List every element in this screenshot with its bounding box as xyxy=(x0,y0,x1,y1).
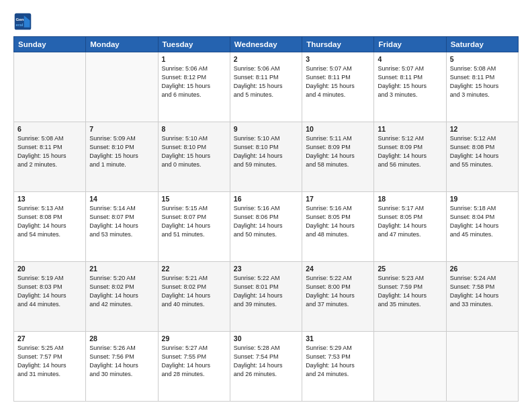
calendar-cell: 12Sunrise: 5:12 AM Sunset: 8:08 PM Dayli… xyxy=(446,122,518,192)
cell-daylight-info: Sunrise: 5:21 AM Sunset: 8:02 PM Dayligh… xyxy=(162,274,226,309)
cell-day-number: 22 xyxy=(162,265,226,273)
calendar-cell: 15Sunrise: 5:15 AM Sunset: 8:07 PM Dayli… xyxy=(158,192,230,262)
cell-day-number: 15 xyxy=(162,195,226,203)
cell-day-number: 10 xyxy=(306,125,370,133)
calendar-cell: 25Sunrise: 5:23 AM Sunset: 7:59 PM Dayli… xyxy=(374,262,446,332)
cell-daylight-info: Sunrise: 5:09 AM Sunset: 8:10 PM Dayligh… xyxy=(89,134,154,169)
cell-day-number: 14 xyxy=(89,195,154,203)
cell-daylight-info: Sunrise: 5:19 AM Sunset: 8:03 PM Dayligh… xyxy=(17,274,82,309)
cell-day-number: 19 xyxy=(450,195,515,203)
cell-day-number: 27 xyxy=(17,334,82,342)
cell-day-number: 8 xyxy=(162,125,226,133)
cell-day-number: 18 xyxy=(378,195,442,203)
cell-day-number: 12 xyxy=(450,125,515,133)
calendar-cell: 29Sunrise: 5:27 AM Sunset: 7:55 PM Dayli… xyxy=(158,332,230,402)
page: Gen eral SundayMondayTuesdayWednesdayThu… xyxy=(0,0,532,411)
header: Gen eral xyxy=(13,12,519,31)
cell-daylight-info: Sunrise: 5:27 AM Sunset: 7:55 PM Dayligh… xyxy=(162,344,226,379)
calendar-cell: 26Sunrise: 5:24 AM Sunset: 7:58 PM Dayli… xyxy=(446,262,518,332)
calendar-cell: 21Sunrise: 5:20 AM Sunset: 8:02 PM Dayli… xyxy=(86,262,158,332)
cell-daylight-info: Sunrise: 5:22 AM Sunset: 8:00 PM Dayligh… xyxy=(306,274,370,309)
cell-day-number: 13 xyxy=(17,195,82,203)
cell-daylight-info: Sunrise: 5:24 AM Sunset: 7:58 PM Dayligh… xyxy=(450,274,515,309)
cell-daylight-info: Sunrise: 5:29 AM Sunset: 7:53 PM Dayligh… xyxy=(306,344,370,379)
cell-daylight-info: Sunrise: 5:12 AM Sunset: 8:09 PM Dayligh… xyxy=(378,134,442,169)
cell-day-number: 28 xyxy=(89,334,154,342)
calendar-cell: 9Sunrise: 5:10 AM Sunset: 8:10 PM Daylig… xyxy=(230,122,302,192)
weekday-saturday: Saturday xyxy=(446,37,518,52)
calendar-cell: 31Sunrise: 5:29 AM Sunset: 7:53 PM Dayli… xyxy=(302,332,374,402)
calendar-cell: 22Sunrise: 5:21 AM Sunset: 8:02 PM Dayli… xyxy=(158,262,230,332)
calendar-cell: 18Sunrise: 5:17 AM Sunset: 8:05 PM Dayli… xyxy=(374,192,446,262)
cell-daylight-info: Sunrise: 5:17 AM Sunset: 8:05 PM Dayligh… xyxy=(378,204,442,239)
calendar-cell: 24Sunrise: 5:22 AM Sunset: 8:00 PM Dayli… xyxy=(302,262,374,332)
cell-daylight-info: Sunrise: 5:08 AM Sunset: 8:11 PM Dayligh… xyxy=(450,64,515,99)
calendar-cell: 14Sunrise: 5:14 AM Sunset: 8:07 PM Dayli… xyxy=(86,192,158,262)
cell-daylight-info: Sunrise: 5:10 AM Sunset: 8:10 PM Dayligh… xyxy=(234,134,298,169)
calendar-cell: 17Sunrise: 5:16 AM Sunset: 8:05 PM Dayli… xyxy=(302,192,374,262)
calendar-week-row: 27Sunrise: 5:25 AM Sunset: 7:57 PM Dayli… xyxy=(14,332,519,402)
calendar-cell: 5Sunrise: 5:08 AM Sunset: 8:11 PM Daylig… xyxy=(446,52,518,122)
weekday-sunday: Sunday xyxy=(14,37,86,52)
calendar-week-row: 1Sunrise: 5:06 AM Sunset: 8:12 PM Daylig… xyxy=(14,52,519,122)
cell-day-number: 3 xyxy=(306,55,370,63)
cell-daylight-info: Sunrise: 5:22 AM Sunset: 8:01 PM Dayligh… xyxy=(234,274,298,309)
cell-day-number: 26 xyxy=(450,265,515,273)
cell-day-number: 9 xyxy=(234,125,298,133)
cell-day-number: 17 xyxy=(306,195,370,203)
logo: Gen eral xyxy=(13,12,35,31)
calendar-cell: 30Sunrise: 5:28 AM Sunset: 7:54 PM Dayli… xyxy=(230,332,302,402)
calendar-cell: 20Sunrise: 5:19 AM Sunset: 8:03 PM Dayli… xyxy=(14,262,86,332)
cell-day-number: 2 xyxy=(234,55,298,63)
calendar-cell: 23Sunrise: 5:22 AM Sunset: 8:01 PM Dayli… xyxy=(230,262,302,332)
cell-day-number: 25 xyxy=(378,265,442,273)
svg-text:eral: eral xyxy=(16,22,24,27)
cell-day-number: 11 xyxy=(378,125,442,133)
cell-daylight-info: Sunrise: 5:18 AM Sunset: 8:04 PM Dayligh… xyxy=(450,204,515,239)
weekday-thursday: Thursday xyxy=(302,37,374,52)
cell-day-number: 23 xyxy=(234,265,298,273)
weekday-wednesday: Wednesday xyxy=(230,37,302,52)
cell-day-number: 7 xyxy=(89,125,154,133)
weekday-tuesday: Tuesday xyxy=(158,37,230,52)
calendar-cell: 28Sunrise: 5:26 AM Sunset: 7:56 PM Dayli… xyxy=(86,332,158,402)
cell-day-number: 31 xyxy=(306,334,370,342)
cell-day-number: 5 xyxy=(450,55,515,63)
calendar-cell: 7Sunrise: 5:09 AM Sunset: 8:10 PM Daylig… xyxy=(86,122,158,192)
cell-day-number: 24 xyxy=(306,265,370,273)
cell-day-number: 30 xyxy=(234,334,298,342)
cell-daylight-info: Sunrise: 5:07 AM Sunset: 8:11 PM Dayligh… xyxy=(378,64,442,99)
cell-day-number: 20 xyxy=(17,265,82,273)
calendar-cell xyxy=(446,332,518,402)
cell-daylight-info: Sunrise: 5:07 AM Sunset: 8:11 PM Dayligh… xyxy=(306,64,370,99)
svg-text:Gen: Gen xyxy=(16,17,24,21)
cell-daylight-info: Sunrise: 5:20 AM Sunset: 8:02 PM Dayligh… xyxy=(89,274,154,309)
cell-daylight-info: Sunrise: 5:14 AM Sunset: 8:07 PM Dayligh… xyxy=(89,204,154,239)
cell-day-number: 16 xyxy=(234,195,298,203)
calendar-cell: 11Sunrise: 5:12 AM Sunset: 8:09 PM Dayli… xyxy=(374,122,446,192)
cell-daylight-info: Sunrise: 5:16 AM Sunset: 8:05 PM Dayligh… xyxy=(306,204,370,239)
cell-daylight-info: Sunrise: 5:12 AM Sunset: 8:08 PM Dayligh… xyxy=(450,134,515,169)
weekday-header-row: SundayMondayTuesdayWednesdayThursdayFrid… xyxy=(14,37,519,52)
cell-daylight-info: Sunrise: 5:28 AM Sunset: 7:54 PM Dayligh… xyxy=(234,344,298,379)
calendar-cell: 4Sunrise: 5:07 AM Sunset: 8:11 PM Daylig… xyxy=(374,52,446,122)
calendar-cell xyxy=(14,52,86,122)
cell-daylight-info: Sunrise: 5:10 AM Sunset: 8:10 PM Dayligh… xyxy=(162,134,226,169)
cell-day-number: 29 xyxy=(162,334,226,342)
weekday-monday: Monday xyxy=(86,37,158,52)
cell-daylight-info: Sunrise: 5:15 AM Sunset: 8:07 PM Dayligh… xyxy=(162,204,226,239)
weekday-friday: Friday xyxy=(374,37,446,52)
calendar-week-row: 13Sunrise: 5:13 AM Sunset: 8:08 PM Dayli… xyxy=(14,192,519,262)
cell-daylight-info: Sunrise: 5:06 AM Sunset: 8:11 PM Dayligh… xyxy=(234,64,298,99)
calendar-cell: 6Sunrise: 5:08 AM Sunset: 8:11 PM Daylig… xyxy=(14,122,86,192)
cell-day-number: 6 xyxy=(17,125,82,133)
cell-daylight-info: Sunrise: 5:25 AM Sunset: 7:57 PM Dayligh… xyxy=(17,344,82,379)
calendar-cell: 27Sunrise: 5:25 AM Sunset: 7:57 PM Dayli… xyxy=(14,332,86,402)
calendar-week-row: 6Sunrise: 5:08 AM Sunset: 8:11 PM Daylig… xyxy=(14,122,519,192)
calendar-cell: 16Sunrise: 5:16 AM Sunset: 8:06 PM Dayli… xyxy=(230,192,302,262)
cell-daylight-info: Sunrise: 5:23 AM Sunset: 7:59 PM Dayligh… xyxy=(378,274,442,309)
calendar-cell xyxy=(374,332,446,402)
calendar-cell: 8Sunrise: 5:10 AM Sunset: 8:10 PM Daylig… xyxy=(158,122,230,192)
calendar-week-row: 20Sunrise: 5:19 AM Sunset: 8:03 PM Dayli… xyxy=(14,262,519,332)
cell-daylight-info: Sunrise: 5:11 AM Sunset: 8:09 PM Dayligh… xyxy=(306,134,370,169)
